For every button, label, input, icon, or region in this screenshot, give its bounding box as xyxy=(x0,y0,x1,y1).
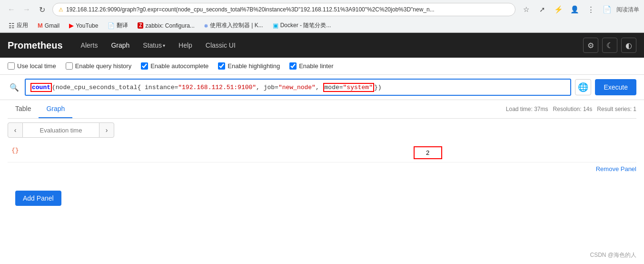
eval-time-input[interactable] xyxy=(23,122,99,138)
reader-label: 阅读清单 xyxy=(616,6,639,14)
browser-chrome: ← → ↻ ⚠ 192.168.112.26:9090/graph?g0.exp… xyxy=(0,0,644,33)
resolution: Resolution: 14s xyxy=(553,106,593,112)
gmail-label: Gmail xyxy=(45,22,59,29)
eval-prev-button[interactable]: ‹ xyxy=(8,122,23,138)
security-icon: ⚠ xyxy=(59,7,63,13)
main-content: Table Graph Load time: 37ms Resolution: … xyxy=(0,100,644,179)
prometheus-nav: Prometheus Alerts Graph Status ▾ Help Cl… xyxy=(0,33,644,58)
k8s-label: 使用准入控制器 | K... xyxy=(210,21,263,30)
bookmark-zabbix[interactable]: Z zabbix: Configura... xyxy=(134,21,198,30)
tab-meta: Load time: 37ms Resolution: 14s Result s… xyxy=(506,101,636,117)
linter-option[interactable]: Enable linter xyxy=(289,62,333,70)
browser-toolbar: ← → ↻ ⚠ 192.168.112.26:9090/graph?g0.exp… xyxy=(0,0,644,19)
table-area: ‹ › {} 2 Remove Panel xyxy=(8,119,636,179)
address-bar[interactable]: ⚠ 192.168.112.26:9090/graph?g0.expr=coun… xyxy=(52,3,515,16)
query-mode-highlight: mode="system" xyxy=(323,83,374,92)
result-value-box: 2 xyxy=(414,146,442,159)
apps-grid-icon: ☷ xyxy=(9,22,15,30)
query-input[interactable]: count(node_cpu_seconds_total{ instance="… xyxy=(25,79,571,96)
load-time: Load time: 37ms xyxy=(506,106,548,112)
youtube-label: YouTube xyxy=(76,22,98,29)
bookmark-docker[interactable]: ▣ Docker - 随笔分类... xyxy=(269,20,335,30)
use-local-time-label: Use local time xyxy=(17,62,56,70)
more-button[interactable]: ⋮ xyxy=(584,3,597,16)
nav-classic-ui[interactable]: Classic UI xyxy=(199,33,242,58)
zabbix-icon: Z xyxy=(138,22,143,29)
result-label: {} xyxy=(11,147,19,154)
status-dropdown-arrow: ▾ xyxy=(163,43,165,48)
search-icon[interactable]: 🔍 xyxy=(8,81,21,94)
query-history-checkbox[interactable] xyxy=(66,62,73,70)
prom-brand: Prometheus xyxy=(8,40,63,51)
remove-panel-row: Remove Panel xyxy=(8,162,636,175)
table-row: {} 2 xyxy=(8,143,636,162)
address-text: 192.168.112.26:9090/graph?g0.expr=count(… xyxy=(66,6,509,13)
bookmark-apps[interactable]: ☷ 应用 xyxy=(5,20,32,30)
tab-bar: Table Graph Load time: 37ms Resolution: … xyxy=(8,100,636,119)
nav-alerts[interactable]: Alerts xyxy=(74,33,105,58)
reader-mode-button[interactable]: 📄 xyxy=(600,3,614,16)
bookmark-star-button[interactable]: ☆ xyxy=(519,3,533,16)
remove-panel-link[interactable]: Remove Panel xyxy=(596,165,636,173)
linter-checkbox[interactable] xyxy=(289,62,297,70)
dark-mode-button[interactable]: ☾ xyxy=(602,38,617,53)
highlighting-option[interactable]: Enable highlighting xyxy=(218,62,280,70)
translate-label: 翻译 xyxy=(117,21,128,30)
zabbix-label: zabbix: Configura... xyxy=(145,22,194,29)
query-area: 🔍 count(node_cpu_seconds_total{ instance… xyxy=(0,75,644,100)
query-count-highlight: count xyxy=(30,83,52,92)
autocomplete-checkbox[interactable] xyxy=(141,62,148,70)
eval-time-row: ‹ › xyxy=(8,122,636,138)
query-history-label: Enable query history xyxy=(75,62,132,70)
tab-table[interactable]: Table xyxy=(8,100,39,118)
use-local-time-checkbox[interactable] xyxy=(8,62,15,70)
eval-next-button[interactable]: › xyxy=(99,122,114,138)
translate-icon: 📄 xyxy=(108,22,115,29)
youtube-icon: ▶ xyxy=(69,22,74,29)
nav-buttons: ← → ↻ xyxy=(5,3,49,16)
prom-nav-icons: ⚙ ☾ ◐ xyxy=(583,38,636,53)
bookmarks-bar: ☷ 应用 M Gmail ▶ YouTube 📄 翻译 Z zabbix: Co… xyxy=(0,19,644,32)
share-button[interactable]: ➚ xyxy=(535,3,549,16)
result-series: Result series: 1 xyxy=(597,106,636,112)
highlighting-label: Enable highlighting xyxy=(228,62,280,70)
query-history-option[interactable]: Enable query history xyxy=(66,62,132,70)
gmail-icon: M xyxy=(38,22,43,29)
contrast-button[interactable]: ◐ xyxy=(621,38,636,53)
bookmark-translate[interactable]: 📄 翻译 xyxy=(104,20,132,30)
bookmark-youtube[interactable]: ▶ YouTube xyxy=(65,21,102,30)
add-panel-button[interactable]: Add Panel xyxy=(15,191,61,206)
tab-graph[interactable]: Graph xyxy=(39,100,72,118)
apps-label: 应用 xyxy=(17,21,28,30)
globe-button[interactable]: 🌐 xyxy=(575,79,591,95)
result-value: 2 xyxy=(426,149,429,156)
autocomplete-option[interactable]: Enable autocomplete xyxy=(141,62,208,70)
linter-label: Enable linter xyxy=(299,62,333,70)
k8s-icon: ⎈ xyxy=(204,22,208,29)
account-button[interactable]: 👤 xyxy=(568,3,581,16)
query-text: count(node_cpu_seconds_total{ instance="… xyxy=(30,84,382,91)
reload-button[interactable]: ↻ xyxy=(35,3,49,16)
settings-button[interactable]: ⚙ xyxy=(583,38,598,53)
back-button[interactable]: ← xyxy=(5,3,18,16)
use-local-time-option[interactable]: Use local time xyxy=(8,62,56,70)
nav-graph[interactable]: Graph xyxy=(104,33,136,58)
options-bar: Use local time Enable query history Enab… xyxy=(0,58,644,75)
nav-help[interactable]: Help xyxy=(172,33,199,58)
bookmark-gmail[interactable]: M Gmail xyxy=(34,21,63,30)
highlighting-checkbox[interactable] xyxy=(218,62,225,70)
nav-status[interactable]: Status ▾ xyxy=(136,33,172,58)
result-table: {} 2 xyxy=(8,143,636,162)
add-panel-container: Add Panel xyxy=(0,179,644,217)
extension-button[interactable]: ⚡ xyxy=(552,3,565,16)
docker-icon: ▣ xyxy=(273,22,278,29)
forward-button[interactable]: → xyxy=(20,3,33,16)
execute-button[interactable]: Execute xyxy=(595,79,636,95)
docker-label: Docker - 随笔分类... xyxy=(280,21,331,30)
bookmark-k8s[interactable]: ⎈ 使用准入控制器 | K... xyxy=(200,20,267,30)
browser-actions: ☆ ➚ ⚡ 👤 ⋮ 📄 阅读清单 xyxy=(519,3,639,16)
autocomplete-label: Enable autocomplete xyxy=(150,62,208,70)
